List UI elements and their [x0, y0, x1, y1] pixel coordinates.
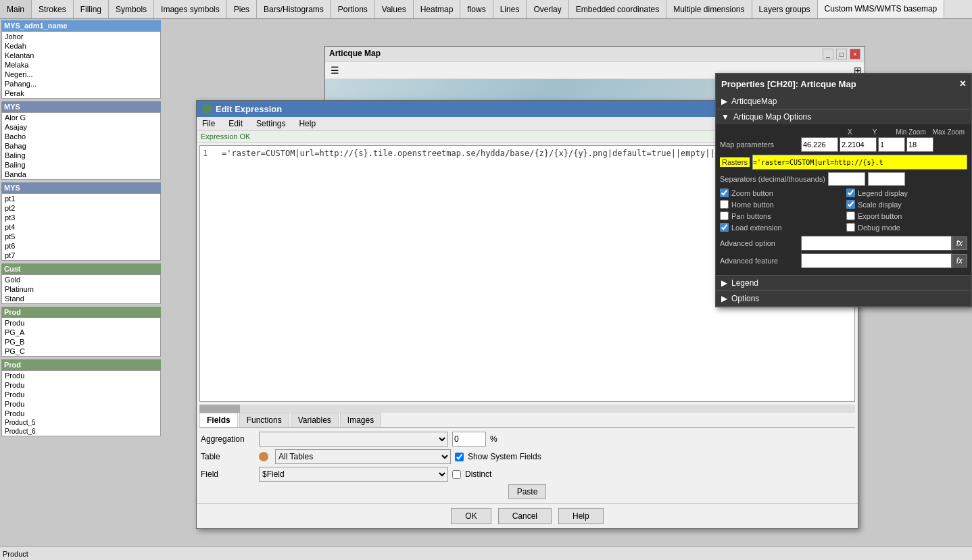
list-item[interactable]: Produ — [2, 409, 160, 418]
list-item[interactable]: Johor — [2, 32, 160, 41]
tab-functions[interactable]: Functions — [239, 413, 289, 427]
show-system-fields-checkbox[interactable] — [455, 453, 464, 461]
home-button-checkbox[interactable] — [720, 200, 729, 209]
distinct-checkbox[interactable] — [452, 470, 461, 479]
menu-edit[interactable]: Edit — [226, 118, 245, 129]
list-item[interactable]: Platinum — [2, 284, 160, 294]
tab-fields[interactable]: Fields — [199, 413, 238, 427]
list-item[interactable]: PG_A — [2, 328, 160, 337]
cancel-button[interactable]: Cancel — [498, 508, 552, 524]
list-item[interactable]: pt4 — [2, 222, 160, 232]
list-item[interactable]: Product_5 — [2, 418, 160, 427]
param-y-input[interactable] — [840, 137, 877, 152]
tab-heatmap[interactable]: Heatmap — [414, 0, 461, 18]
list-item[interactable]: pt5 — [2, 232, 160, 241]
help-button[interactable]: Help — [558, 508, 604, 524]
list-item[interactable]: Stand — [2, 294, 160, 303]
tab-layers-groups[interactable]: Layers groups — [752, 0, 818, 18]
list-item[interactable]: Pahang... — [2, 79, 160, 88]
list-item[interactable]: Baling — [2, 160, 160, 170]
tab-images-symbols[interactable]: Images symbols — [154, 0, 227, 18]
list-item[interactable]: Alor G — [2, 113, 160, 122]
tab-portions[interactable]: Portions — [331, 0, 375, 18]
list-item[interactable]: Produ — [2, 390, 160, 399]
list-items-mys2[interactable]: pt1 pt2 pt3 pt4 pt5 pt6 pt7 — [1, 193, 161, 261]
horizontal-scrollbar[interactable] — [199, 405, 855, 413]
list-item[interactable]: Produ — [2, 371, 160, 380]
list-items-adm1[interactable]: Johor Kedah Kelantan Melaka Negeri... Pa… — [1, 31, 161, 99]
scale-display-checkbox[interactable] — [846, 200, 855, 209]
menu-settings[interactable]: Settings — [253, 118, 288, 129]
load-extension-checkbox[interactable] — [720, 223, 729, 232]
list-item[interactable]: Produ — [2, 318, 160, 328]
field-select[interactable]: $Field — [259, 467, 448, 482]
list-item[interactable]: Produ — [2, 380, 160, 390]
list-items-prod2[interactable]: Produ Produ Produ Produ Produ Product_5 … — [1, 370, 161, 436]
articque-minimize-button[interactable]: _ — [823, 49, 833, 59]
separator-thousands-input[interactable] — [868, 172, 905, 186]
list-item[interactable]: Produ — [2, 399, 160, 409]
advanced-option-input[interactable] — [801, 236, 952, 251]
list-item[interactable]: pt7 — [2, 251, 160, 260]
list-item[interactable]: pt6 — [2, 241, 160, 251]
props-section-legend-header[interactable]: ▶ Legend — [716, 276, 971, 290]
tab-embedded-coordinates[interactable]: Embedded coordinates — [569, 0, 666, 18]
list-item[interactable]: Kedah — [2, 41, 160, 51]
tab-images[interactable]: Images — [340, 413, 381, 427]
hamburger-icon[interactable]: ☰ — [328, 63, 342, 77]
debug-mode-checkbox[interactable] — [846, 223, 855, 232]
props-section-options-bottom-header[interactable]: ▶ Options — [716, 291, 971, 306]
tab-filling[interactable]: Filling — [74, 0, 109, 18]
list-item[interactable]: Negeri... — [2, 70, 160, 79]
list-item[interactable]: Product_6 — [2, 427, 160, 436]
list-item[interactable]: Kelantan — [2, 51, 160, 60]
scrollbar-thumb[interactable] — [199, 405, 240, 413]
table-select[interactable]: All Tables — [275, 449, 451, 464]
articque-maximize-button[interactable]: □ — [836, 49, 847, 59]
list-item[interactable]: Asajay — [2, 122, 160, 132]
list-item[interactable]: PG_C — [2, 347, 160, 356]
list-items-prod[interactable]: Produ PG_A PG_B PG_C — [1, 317, 161, 357]
list-item[interactable]: Bacho — [2, 132, 160, 141]
tab-multiple-dimensions[interactable]: Multiple dimensions — [666, 0, 752, 18]
aggregation-select[interactable] — [259, 432, 448, 447]
tab-pies[interactable]: Pies — [227, 0, 257, 18]
legend-display-checkbox[interactable] — [846, 188, 855, 197]
props-section-options-header[interactable]: ▼ Articque Map Options — [716, 109, 971, 124]
articque-close-button[interactable]: × — [850, 49, 860, 59]
list-items-cust[interactable]: Gold Platinum Stand — [1, 274, 161, 304]
rasters-input[interactable] — [752, 155, 967, 170]
aggregation-value-input[interactable] — [452, 432, 486, 447]
tab-main[interactable]: Main — [0, 0, 32, 18]
props-section-articquemap-header[interactable]: ▶ ArticqueMap — [716, 94, 971, 109]
param-x-input[interactable] — [801, 137, 838, 152]
list-item[interactable]: Melaka — [2, 60, 160, 70]
list-item[interactable]: PG_B — [2, 337, 160, 347]
separator-decimal-input[interactable] — [828, 172, 865, 186]
tab-bars-histograms[interactable]: Bars/Histograms — [257, 0, 331, 18]
list-item[interactable]: Bahag — [2, 141, 160, 151]
paste-button[interactable]: Paste — [508, 484, 547, 499]
advanced-option-fx-button[interactable]: fx — [952, 236, 967, 250]
pan-buttons-checkbox[interactable] — [720, 211, 729, 220]
properties-close-button[interactable]: × — [960, 78, 966, 90]
ok-button[interactable]: OK — [451, 508, 491, 524]
param-max-zoom-input[interactable] — [906, 137, 933, 152]
advanced-feature-input[interactable] — [801, 253, 952, 268]
list-item[interactable]: Perak — [2, 88, 160, 98]
list-item[interactable]: Banda — [2, 170, 160, 179]
tab-lines[interactable]: Lines — [493, 0, 527, 18]
tab-overlay[interactable]: Overlay — [527, 0, 568, 18]
list-items-mys[interactable]: Alor G Asajay Bacho Bahag Baling Baling … — [1, 112, 161, 180]
list-item[interactable]: pt1 — [2, 194, 160, 203]
param-min-zoom-input[interactable] — [878, 137, 905, 152]
list-item[interactable]: Baling — [2, 151, 160, 160]
tab-values[interactable]: Values — [375, 0, 414, 18]
tab-custom-wms[interactable]: Custom WMS/WMTS basemap — [818, 0, 945, 18]
advanced-feature-fx-button[interactable]: fx — [952, 254, 967, 268]
menu-file[interactable]: File — [199, 118, 218, 129]
list-item[interactable]: pt3 — [2, 213, 160, 222]
menu-help[interactable]: Help — [296, 118, 318, 129]
tab-flows[interactable]: flows — [460, 0, 493, 18]
list-item[interactable]: Gold — [2, 275, 160, 284]
